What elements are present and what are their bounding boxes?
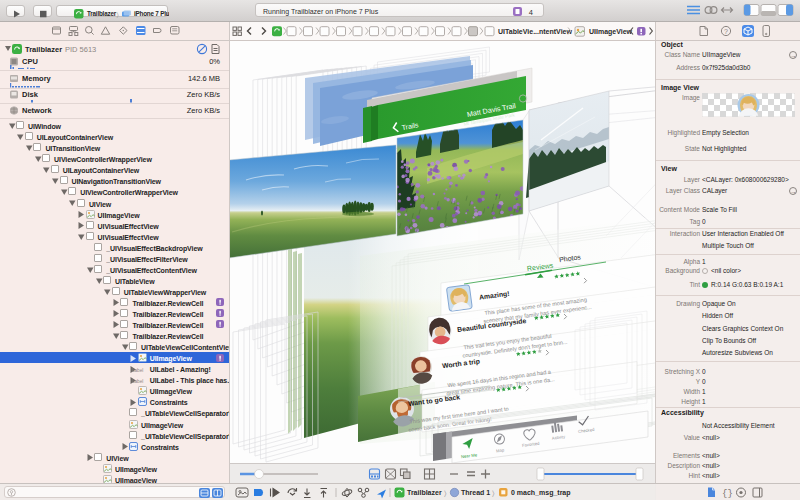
svg-text:Label: Label	[132, 367, 143, 372]
svg-text:Trailblazer: Trailblazer	[25, 45, 62, 54]
svg-text:〉: 〉	[444, 489, 447, 498]
svg-text:PID 5613: PID 5613	[65, 45, 96, 54]
svg-text:Thread 1: Thread 1	[461, 489, 490, 496]
svg-text:Trailblazer: Trailblazer	[407, 489, 442, 496]
svg-text:{}: {}	[722, 489, 733, 499]
svg-text:Trailblazer: Trailblazer	[87, 10, 117, 17]
svg-text:Label: Label	[132, 378, 143, 383]
svg-text:0 mach_msg_trap: 0 mach_msg_trap	[511, 489, 571, 497]
svg-text:〉: 〉	[492, 489, 495, 498]
svg-text:UIImageView: UIImageView	[589, 28, 633, 36]
svg-text:〉: 〉	[117, 10, 119, 17]
svg-text:UITableVie...ntentView: UITableVie...ntentView	[498, 28, 572, 35]
svg-text:?: ?	[724, 28, 728, 35]
svg-text:iPhone 7 Plus: iPhone 7 Plus	[134, 10, 169, 17]
